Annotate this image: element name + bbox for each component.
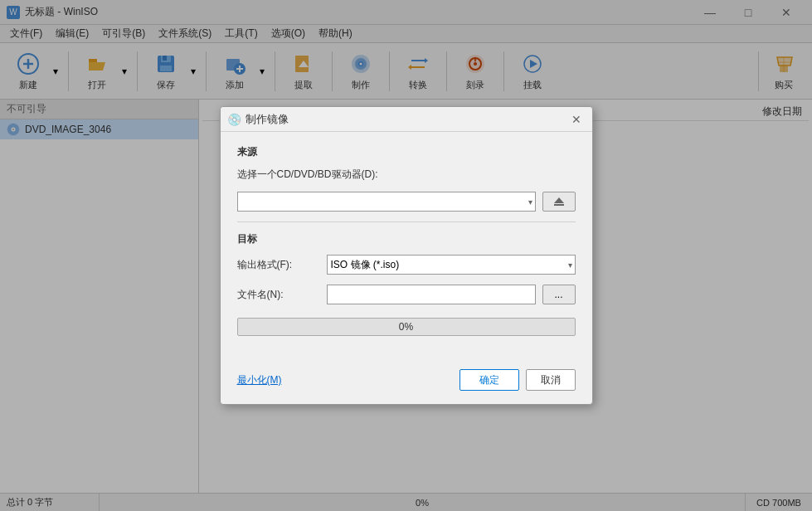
svg-rect-33: [554, 204, 564, 206]
format-row: 输出格式(F): ISO 镜像 (*.iso) BIN 镜像 (*.bin) N…: [237, 255, 576, 275]
ok-button[interactable]: 确定: [459, 369, 519, 391]
progress-text: 0%: [399, 321, 413, 333]
dialog-title-bar: 💿 制作镜像 ✕: [221, 107, 592, 132]
source-drive-label: 选择一个CD/DVD/BD驱动器(D):: [237, 168, 378, 182]
make-image-dialog: 💿 制作镜像 ✕ 来源 选择一个CD/DVD/BD驱动器(D): ▾: [220, 106, 593, 405]
dialog-footer: 最小化(M) 确定 取消: [221, 363, 592, 404]
cancel-button[interactable]: 取消: [526, 369, 576, 391]
eject-icon: [552, 195, 566, 208]
dialog-close-button[interactable]: ✕: [567, 110, 586, 129]
format-select-wrapper: ISO 镜像 (*.iso) BIN 镜像 (*.bin) NRG 镜像 (*.…: [327, 255, 576, 275]
format-label: 输出格式(F):: [237, 258, 320, 272]
minimize-link[interactable]: 最小化(M): [237, 374, 282, 386]
source-drive-select-wrapper: ▾: [237, 192, 536, 212]
footer-left: 最小化(M): [237, 373, 282, 387]
eject-button[interactable]: [542, 192, 576, 212]
browse-button[interactable]: ...: [542, 285, 576, 304]
dialog-title-text: 制作镜像: [246, 112, 289, 127]
modal-overlay: 💿 制作镜像 ✕ 来源 选择一个CD/DVD/BD驱动器(D): ▾: [0, 0, 812, 511]
svg-marker-32: [554, 197, 564, 203]
dialog-body: 来源 选择一个CD/DVD/BD驱动器(D): ▾: [221, 132, 592, 363]
filename-label: 文件名(N):: [237, 288, 320, 302]
source-section-title: 来源: [237, 145, 576, 159]
source-drive-select-row: ▾: [237, 192, 576, 212]
dialog-title-icon: 💿: [227, 113, 241, 126]
filename-row: 文件名(N): ...: [237, 285, 576, 304]
source-drive-select[interactable]: [237, 192, 536, 212]
format-select[interactable]: ISO 镜像 (*.iso) BIN 镜像 (*.bin) NRG 镜像 (*.…: [327, 255, 576, 275]
dialog-title-left: 💿 制作镜像: [227, 112, 289, 127]
separator-1: [237, 221, 576, 222]
filename-input[interactable]: [327, 285, 536, 304]
target-section-title: 目标: [237, 232, 576, 246]
footer-right: 确定 取消: [459, 369, 576, 391]
progress-bar-container: 0%: [237, 318, 576, 336]
source-drive-row: 选择一个CD/DVD/BD驱动器(D):: [237, 168, 576, 182]
